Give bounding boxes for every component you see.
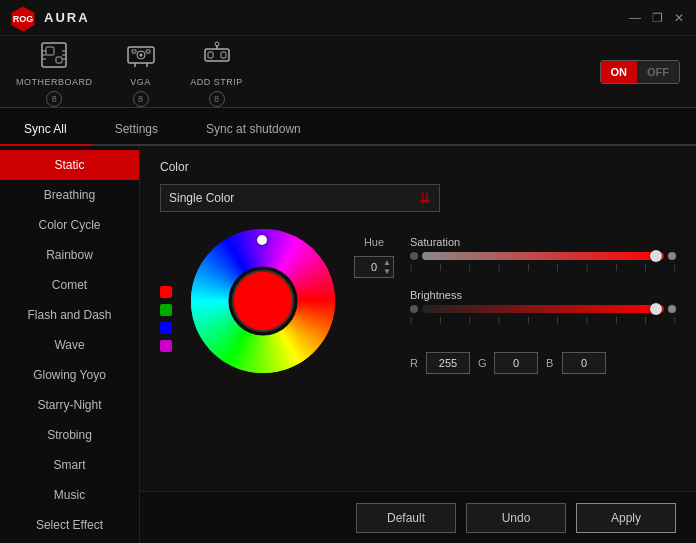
sidebar-item-starry-night[interactable]: Starry-Night xyxy=(0,390,139,420)
swatch-red[interactable] xyxy=(160,286,172,298)
swatch-green[interactable] xyxy=(160,304,172,316)
color-wheel-wrapper xyxy=(188,226,338,376)
app-title: AURA xyxy=(44,10,90,25)
b-value: 0 xyxy=(581,357,587,369)
color-section-title: Color xyxy=(160,160,676,174)
r-value: 255 xyxy=(439,357,457,369)
add-strip-label: ADD STRIP xyxy=(190,77,243,87)
color-area: Hue 0 ▲▼ Saturation xyxy=(160,226,676,491)
close-button[interactable]: ✕ xyxy=(672,11,686,25)
sidebar-item-static[interactable]: Static xyxy=(0,150,139,180)
device-vga[interactable]: VGA 8 xyxy=(113,37,169,107)
svg-rect-18 xyxy=(205,49,229,61)
g-row: G 0 xyxy=(478,352,538,374)
sidebar-item-select-effect[interactable]: Select Effect xyxy=(0,510,139,540)
device-add-strip[interactable]: ADD STRIP 8 xyxy=(189,37,245,107)
title-bar: ROG AURA — ❐ ✕ xyxy=(0,0,696,36)
svg-text:ROG: ROG xyxy=(13,14,34,24)
sidebar-item-strobing[interactable]: Strobing xyxy=(0,420,139,450)
saturation-ticks: ||| ||| ||| | xyxy=(410,262,676,271)
tab-settings[interactable]: Settings xyxy=(91,114,182,146)
brightness-slider-track-wrapper xyxy=(410,305,676,313)
swatch-magenta[interactable] xyxy=(160,340,172,352)
sidebar-item-flash-and-dash[interactable]: Flash and Dash xyxy=(0,300,139,330)
brightness-start-dot xyxy=(410,305,418,313)
hue-section: Hue 0 ▲▼ xyxy=(354,226,394,278)
device-motherboard[interactable]: MOTHERBOARD 8 xyxy=(16,37,93,107)
restore-button[interactable]: ❐ xyxy=(650,11,664,25)
saturation-slider[interactable] xyxy=(422,252,664,260)
r-label: R xyxy=(410,357,420,369)
saturation-start-dot xyxy=(410,252,418,260)
sidebar-item-comet[interactable]: Comet xyxy=(0,270,139,300)
default-button[interactable]: Default xyxy=(356,503,456,533)
b-label: B xyxy=(546,357,556,369)
sidebar-item-glowing-yoyo[interactable]: Glowing Yoyo xyxy=(0,360,139,390)
right-controls: Saturation ||| ||| ||| | xyxy=(410,226,676,374)
add-strip-icon xyxy=(199,37,235,73)
tab-bar: Sync All Settings Sync at shutdown xyxy=(0,108,696,146)
brightness-slider[interactable] xyxy=(422,305,664,313)
b-input[interactable]: 0 xyxy=(562,352,606,374)
tab-sync-all[interactable]: Sync All xyxy=(0,114,91,146)
brightness-section: Brightness ||| ||| ||| | xyxy=(410,289,676,324)
wheel-indicator xyxy=(257,235,267,245)
sidebar-item-rainbow[interactable]: Rainbow xyxy=(0,240,139,270)
minimize-button[interactable]: — xyxy=(628,11,642,25)
vga-label: VGA xyxy=(130,77,151,87)
main-content: Static Breathing Color Cycle Rainbow Com… xyxy=(0,146,696,543)
saturation-end-dot xyxy=(668,252,676,260)
right-panel: Color Single Color ⇊ Hu xyxy=(140,146,696,543)
bottom-bar: Default Undo Apply xyxy=(140,491,696,543)
b-row: B 0 xyxy=(546,352,606,374)
dropdown-value: Single Color xyxy=(169,191,234,205)
r-row: R 255 xyxy=(410,352,470,374)
color-swatches xyxy=(160,226,172,352)
r-input[interactable]: 255 xyxy=(426,352,470,374)
motherboard-num: 8 xyxy=(46,91,62,107)
color-mode-dropdown-row: Single Color ⇊ xyxy=(160,184,676,212)
saturation-thumb[interactable] xyxy=(650,250,662,262)
svg-rect-14 xyxy=(132,50,136,53)
logo: ROG AURA xyxy=(10,5,90,31)
undo-button[interactable]: Undo xyxy=(466,503,566,533)
sidebar-item-wave[interactable]: Wave xyxy=(0,330,139,360)
swatch-blue[interactable] xyxy=(160,322,172,334)
brightness-thumb[interactable] xyxy=(650,303,662,315)
g-value: 0 xyxy=(513,357,519,369)
sidebar-item-breathing[interactable]: Breathing xyxy=(0,180,139,210)
sidebar-item-smart[interactable]: Smart xyxy=(0,450,139,480)
svg-rect-3 xyxy=(46,47,54,55)
dropdown-arrow-icon: ⇊ xyxy=(419,190,431,206)
svg-rect-21 xyxy=(208,52,213,58)
sidebar-item-music[interactable]: Music xyxy=(0,480,139,510)
brightness-label: Brightness xyxy=(410,289,676,301)
toggle-off-button[interactable]: OFF xyxy=(637,61,679,83)
hue-input[interactable]: 0 ▲▼ xyxy=(354,256,394,278)
svg-point-13 xyxy=(139,53,142,56)
hue-label: Hue xyxy=(364,236,384,248)
apply-button[interactable]: Apply xyxy=(576,503,676,533)
sidebar-item-color-cycle[interactable]: Color Cycle xyxy=(0,210,139,240)
rgb-section: R 255 G 0 B 0 xyxy=(410,348,676,374)
power-toggle[interactable]: ON OFF xyxy=(600,60,681,84)
svg-rect-22 xyxy=(221,52,226,58)
window-controls: — ❐ ✕ xyxy=(628,11,686,25)
color-wheel[interactable] xyxy=(188,226,338,376)
sidebar: Static Breathing Color Cycle Rainbow Com… xyxy=(0,146,140,543)
brightness-end-dot xyxy=(668,305,676,313)
g-input[interactable]: 0 xyxy=(494,352,538,374)
hue-spinners[interactable]: ▲▼ xyxy=(383,258,391,276)
hue-value: 0 xyxy=(371,261,377,273)
saturation-section: Saturation ||| ||| ||| | xyxy=(410,236,676,271)
tab-sync-shutdown[interactable]: Sync at shutdown xyxy=(182,114,325,146)
toggle-on-button[interactable]: ON xyxy=(601,61,638,83)
svg-rect-10 xyxy=(56,57,62,63)
rog-logo-icon: ROG xyxy=(10,5,36,31)
brightness-ticks: ||| ||| ||| | xyxy=(410,315,676,324)
vga-num: 8 xyxy=(133,91,149,107)
vga-icon xyxy=(123,37,159,73)
motherboard-label: MOTHERBOARD xyxy=(16,77,93,87)
color-mode-dropdown[interactable]: Single Color ⇊ xyxy=(160,184,440,212)
add-strip-num: 8 xyxy=(209,91,225,107)
